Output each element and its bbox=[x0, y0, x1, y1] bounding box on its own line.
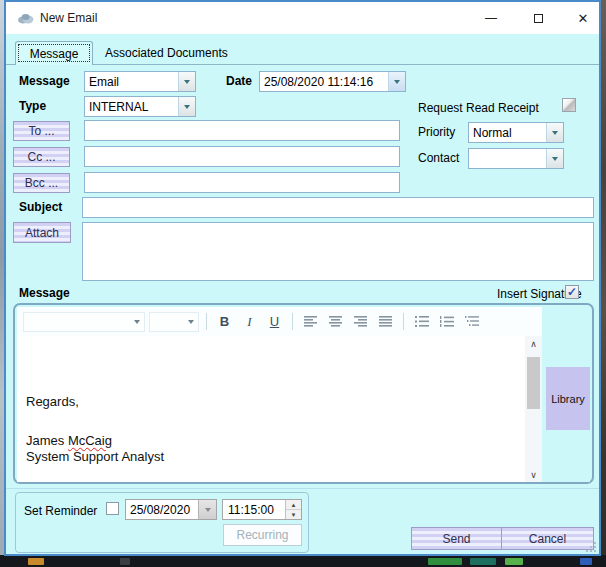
numbered-list-button[interactable] bbox=[436, 312, 457, 332]
dropdown-arrow-icon bbox=[184, 80, 190, 84]
underline-button[interactable]: U bbox=[264, 312, 285, 332]
align-left-button[interactable] bbox=[300, 312, 321, 332]
app-icon bbox=[17, 13, 34, 24]
signature-line: Regards, bbox=[26, 394, 79, 409]
align-right-icon bbox=[354, 316, 367, 327]
dropdown-arrow-button[interactable] bbox=[546, 149, 563, 168]
dropdown-arrow-button[interactable] bbox=[198, 500, 216, 519]
dropdown-arrow-button[interactable] bbox=[388, 72, 405, 91]
type-select[interactable]: INTERNAL bbox=[84, 96, 196, 117]
to-input[interactable] bbox=[84, 120, 400, 141]
numbered-list-icon bbox=[440, 316, 454, 327]
scrollbar-thumb[interactable] bbox=[527, 357, 540, 409]
resize-grip[interactable] bbox=[586, 542, 598, 554]
maximize-button[interactable] bbox=[527, 9, 549, 27]
dropdown-arrow-icon bbox=[552, 157, 558, 161]
date-select[interactable]: 25/08/2020 11:14:16 bbox=[259, 71, 406, 92]
bullet-list-icon bbox=[415, 316, 429, 327]
set-reminder-group: Set Reminder 25/08/2020 11:15:00 ▲ ▼ Rec… bbox=[15, 492, 309, 553]
justify-button[interactable] bbox=[375, 312, 396, 332]
message-editor: B I U bbox=[13, 303, 594, 484]
editor-toolbar: B I U bbox=[17, 307, 542, 336]
font-size-select[interactable] bbox=[149, 312, 199, 332]
spin-down-icon: ▼ bbox=[291, 512, 297, 518]
justify-icon bbox=[379, 316, 392, 327]
cc-button[interactable]: Cc ... bbox=[13, 147, 70, 167]
cc-input[interactable] bbox=[84, 146, 400, 167]
footer-divider bbox=[6, 488, 599, 489]
titlebar[interactable]: New Email — ✕ bbox=[6, 2, 599, 34]
multilevel-list-button[interactable] bbox=[461, 312, 482, 332]
tab-associated-documents[interactable]: Associated Documents bbox=[105, 46, 228, 60]
subject-input[interactable] bbox=[82, 197, 594, 218]
window-title: New Email bbox=[40, 11, 97, 25]
taskbar-blob bbox=[428, 558, 462, 565]
editor-scrollbar[interactable]: ∧ ∨ bbox=[525, 336, 542, 482]
taskbar-blob bbox=[470, 558, 496, 565]
taskbar-strip bbox=[0, 555, 606, 567]
dropdown-arrow-button[interactable] bbox=[178, 72, 195, 91]
scroll-down-icon: ∨ bbox=[530, 470, 537, 480]
set-reminder-checkbox[interactable] bbox=[106, 502, 119, 515]
bcc-input[interactable] bbox=[84, 172, 400, 193]
align-center-icon bbox=[329, 316, 342, 327]
attachments-area[interactable] bbox=[82, 222, 594, 281]
close-icon: ✕ bbox=[578, 12, 589, 25]
message-section-label: Message bbox=[19, 286, 70, 300]
close-button[interactable]: ✕ bbox=[572, 9, 594, 27]
tab-message[interactable]: Message bbox=[15, 41, 93, 65]
cancel-button[interactable]: Cancel bbox=[501, 527, 594, 550]
spin-up-icon: ▲ bbox=[291, 502, 297, 508]
dropdown-arrow-icon bbox=[184, 320, 198, 324]
dropdown-arrow-icon bbox=[394, 80, 400, 84]
message-body[interactable]: Regards, James McCaig System Support Ana… bbox=[17, 336, 542, 482]
reminder-date-select[interactable]: 25/08/2020 bbox=[125, 499, 217, 520]
signature-line: System Support Analyst bbox=[26, 449, 164, 464]
subject-label: Subject bbox=[19, 200, 62, 214]
scroll-up-button[interactable]: ∧ bbox=[525, 336, 542, 351]
taskbar-blob bbox=[505, 558, 523, 565]
multilevel-list-icon bbox=[465, 316, 479, 327]
type-label: Type bbox=[19, 99, 46, 113]
bullet-list-button[interactable] bbox=[411, 312, 432, 332]
editor-side-panel: Library bbox=[546, 307, 590, 482]
align-left-icon bbox=[304, 316, 317, 327]
maximize-icon bbox=[534, 14, 543, 23]
read-receipt-checkbox[interactable] bbox=[562, 98, 576, 112]
bcc-button[interactable]: Bcc ... bbox=[13, 173, 70, 193]
dropdown-arrow-button[interactable] bbox=[546, 123, 563, 142]
read-receipt-label: Request Read Receipt bbox=[418, 101, 539, 115]
set-reminder-label: Set Reminder bbox=[24, 504, 97, 518]
library-button[interactable]: Library bbox=[546, 367, 590, 430]
scroll-down-button[interactable]: ∨ bbox=[525, 467, 542, 482]
attach-button[interactable]: Attach bbox=[13, 222, 71, 243]
taskbar-blob bbox=[28, 558, 44, 565]
dropdown-arrow-icon bbox=[552, 131, 558, 135]
toolbar-separator bbox=[206, 313, 207, 330]
dropdown-arrow-button[interactable] bbox=[178, 97, 195, 116]
message-type-select[interactable]: Email bbox=[84, 71, 196, 92]
dropdown-arrow-icon bbox=[205, 508, 211, 512]
priority-select[interactable]: Normal bbox=[468, 122, 564, 143]
recurring-button[interactable]: Recurring bbox=[223, 524, 302, 546]
spin-down-button[interactable]: ▼ bbox=[286, 510, 301, 519]
send-button[interactable]: Send bbox=[411, 527, 502, 550]
minimize-icon: — bbox=[485, 12, 497, 24]
tab-strip-divider bbox=[6, 64, 599, 65]
dropdown-arrow-icon bbox=[184, 105, 190, 109]
contact-select[interactable] bbox=[468, 148, 564, 169]
toolbar-separator bbox=[292, 313, 293, 330]
bold-button[interactable]: B bbox=[214, 312, 235, 332]
minimize-button[interactable]: — bbox=[480, 9, 502, 27]
font-family-select[interactable] bbox=[23, 312, 145, 332]
align-center-button[interactable] bbox=[325, 312, 346, 332]
insert-signature-checkbox[interactable]: ✓ bbox=[565, 285, 579, 299]
spin-up-button[interactable]: ▲ bbox=[286, 500, 301, 510]
to-button[interactable]: To ... bbox=[13, 121, 70, 141]
align-right-button[interactable] bbox=[350, 312, 371, 332]
dropdown-arrow-icon bbox=[130, 320, 144, 324]
message-type-label: Message bbox=[19, 74, 70, 88]
checkmark-icon: ✓ bbox=[567, 286, 577, 298]
reminder-time-spinner[interactable]: 11:15:00 ▲ ▼ bbox=[222, 499, 302, 520]
italic-button[interactable]: I bbox=[239, 312, 260, 332]
